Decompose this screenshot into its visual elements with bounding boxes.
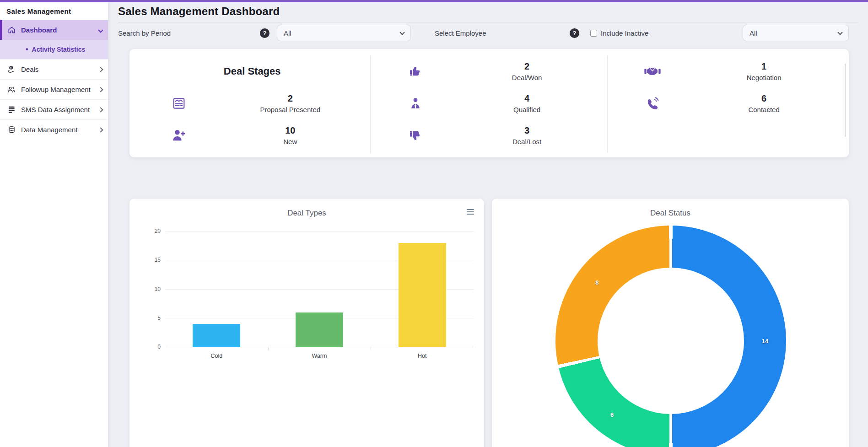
stat-label: Proposal Presented <box>224 106 356 113</box>
deal-stages-column-1: Deal Stages 2 Proposal Presented <box>134 55 371 153</box>
deal-stages-column-2: 2 Deal/Won 4 Qualified <box>371 55 607 153</box>
stat-label: Negotiation <box>697 74 830 81</box>
period-select[interactable]: All <box>277 25 411 41</box>
sidebar-item-followup-management[interactable]: Followup Management <box>0 79 108 99</box>
sidebar-item-dashboard[interactable]: Dashboard <box>0 20 108 40</box>
sidebar-item-label: Followup Management <box>21 86 99 93</box>
deal-stages-card: Deal Stages 2 Proposal Presented <box>129 49 849 157</box>
employee-select-value: All <box>749 29 834 37</box>
employee-select[interactable]: All <box>743 25 849 41</box>
subnav-item-label: Activity Statistics <box>32 46 86 53</box>
stat-qualified: 4 Qualified <box>371 87 607 119</box>
stat-value: 3 <box>461 125 593 136</box>
card-scrollbar[interactable] <box>845 64 846 137</box>
sidebar-item-label: SMS Data Assignment <box>21 106 99 113</box>
period-select-value: All <box>284 29 396 37</box>
home-icon <box>6 25 16 35</box>
deal-status-chart-title: Deal Status <box>492 209 849 218</box>
stat-label: Deal/Lost <box>461 138 593 145</box>
stat-value: 2 <box>461 61 593 72</box>
chevron-down-icon <box>98 27 103 32</box>
x-axis-category-label: Hot <box>371 353 474 359</box>
deal-stages-title: Deal Stages <box>134 55 370 87</box>
include-inactive-checkbox[interactable] <box>590 30 597 37</box>
person-add-icon <box>134 128 224 143</box>
bar-hot[interactable] <box>399 243 446 347</box>
bar-plot-area: 05101520ColdWarmHot <box>165 232 474 347</box>
bullet-icon: • <box>26 45 28 54</box>
x-axis-category-label: Cold <box>165 353 268 359</box>
stat-value: 4 <box>461 93 593 104</box>
stat-negotiation: 1 Negotiation <box>608 55 844 87</box>
bar-slot: Warm <box>268 232 371 347</box>
thumbs-up-icon <box>371 64 460 79</box>
charts-row: Deal Types 05101520ColdWarmHot Deal Stat… <box>129 199 849 447</box>
sidebar-item-deals[interactable]: $ Deals <box>0 59 108 79</box>
filter-bar: Search by Period ? All Select Employee ?… <box>118 22 849 43</box>
stat-value: 2 <box>224 93 356 104</box>
sidebar-item-label: Deals <box>21 65 99 73</box>
deal-stages-column-3: 1 Negotiation 6 Contacted <box>608 55 844 153</box>
top-accent-bar <box>0 0 868 2</box>
stat-value: 1 <box>697 61 830 72</box>
x-axis-category-label: Warm <box>268 353 371 359</box>
donut-data-label: 14 <box>762 338 768 345</box>
bar-slot: Cold <box>165 232 268 347</box>
x-axis-tick <box>268 347 269 350</box>
x-axis-tick <box>371 347 371 350</box>
chevron-down-icon <box>837 30 842 35</box>
page-title: Sales Management Dashboard <box>118 5 858 18</box>
chevron-down-icon <box>399 30 404 35</box>
stat-label: Qualified <box>461 106 593 113</box>
chevron-right-icon <box>98 67 103 72</box>
stat-proposal-presented: 2 Proposal Presented <box>134 87 370 119</box>
y-axis-tick-label: 15 <box>145 257 161 263</box>
y-axis-tick-label: 10 <box>145 286 161 292</box>
bar-cold[interactable] <box>193 324 240 347</box>
help-icon[interactable]: ? <box>260 28 270 38</box>
donut-data-label: 8 <box>595 279 598 285</box>
person-tie-icon <box>371 96 460 111</box>
deal-types-chart-card: Deal Types 05101520ColdWarmHot <box>129 199 484 447</box>
stat-label: Contacted <box>697 106 830 113</box>
help-icon[interactable]: ? <box>570 28 579 38</box>
bar-slot: Hot <box>371 232 474 347</box>
y-axis-tick-label: 20 <box>145 228 161 234</box>
svg-text:$: $ <box>10 66 12 70</box>
stat-value: 10 <box>224 125 356 136</box>
chart-menu-icon[interactable] <box>467 208 474 216</box>
deal-status-chart-card: Deal Status 1468 <box>492 199 849 447</box>
period-filter-label: Search by Period <box>118 29 260 37</box>
chevron-right-icon <box>98 107 103 112</box>
stat-deal-lost: 3 Deal/Lost <box>371 119 607 151</box>
database-icon <box>6 125 16 135</box>
stat-label: New <box>224 138 356 145</box>
proposal-icon <box>134 96 224 111</box>
thumbs-down-icon <box>371 128 460 143</box>
people-icon <box>6 85 16 95</box>
chevron-right-icon <box>98 87 103 92</box>
stat-contacted: 6 Contacted <box>608 87 844 119</box>
sidebar-item-sms-data-assignment[interactable]: SMS Data Assignment <box>0 99 108 119</box>
donut-hole <box>598 268 744 414</box>
y-axis-tick-label: 5 <box>145 315 161 321</box>
sidebar-item-data-management[interactable]: Data Management <box>0 119 108 140</box>
phone-icon <box>608 96 698 111</box>
sidebar-item-label: Data Management <box>21 126 99 134</box>
handshake-icon <box>608 65 698 78</box>
stat-value: 6 <box>697 93 830 104</box>
sidebar-title: Sales Management <box>0 2 108 20</box>
y-axis-tick-label: 0 <box>145 344 161 350</box>
deal-types-chart-title: Deal Types <box>129 209 484 218</box>
donut-data-label: 6 <box>610 411 614 418</box>
stat-deal-won: 2 Deal/Won <box>371 55 607 87</box>
bar-slots: ColdWarmHot <box>165 232 474 347</box>
employee-filter-label: Select Employee <box>435 29 547 37</box>
main-content: Sales Management Dashboard Search by Per… <box>108 2 868 447</box>
stat-new: 10 New <box>134 119 370 151</box>
chevron-right-icon <box>98 127 103 132</box>
sms-stack-icon <box>6 105 16 115</box>
hand-dollar-icon: $ <box>6 65 16 75</box>
bar-warm[interactable] <box>296 312 343 347</box>
sidebar-item-activity-statistics[interactable]: • Activity Statistics <box>0 40 108 59</box>
